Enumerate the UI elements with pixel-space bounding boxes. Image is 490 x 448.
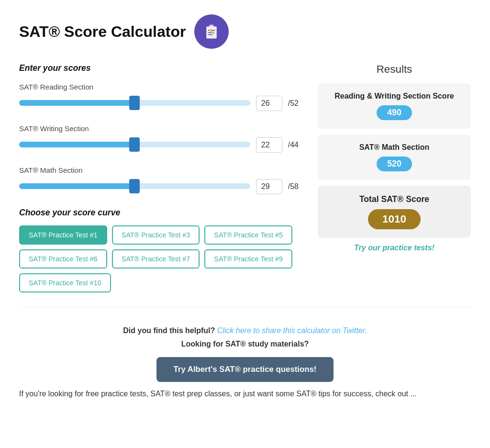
svg-rect-1 (210, 25, 214, 27)
clipboard-pencil-icon (203, 23, 220, 40)
helpful-text: Did you find this helpful? Click here to… (19, 326, 471, 335)
reading-slider-row: /52 (19, 96, 299, 111)
writing-slider-wrapper (19, 141, 250, 149)
writing-slider[interactable] (19, 142, 250, 147)
math-score-badge: 520 (377, 157, 412, 171)
helpful-label: Did you find this helpful? (123, 326, 215, 335)
rw-score-badge: 490 (377, 105, 412, 120)
writing-max: /44 (288, 141, 299, 149)
try-link-wrapper: Try our practice tests! (318, 244, 471, 252)
math-card-title: SAT® Math Section (327, 143, 461, 152)
curve-btn-5[interactable]: SAT® Practice Test #7 (112, 249, 200, 269)
total-card-title: Total SAT® Score (327, 194, 461, 204)
total-score-badge: 1010 (368, 209, 421, 229)
page-title: SAT® Score Calculator (19, 23, 186, 41)
curve-btn-2[interactable]: SAT® Practice Test #3 (112, 225, 200, 245)
math-input[interactable] (256, 179, 282, 194)
math-label: SAT® Math Section (19, 166, 299, 174)
curve-buttons-container: SAT® Practice Test #1SAT® Practice Test … (19, 225, 299, 292)
reading-label: SAT® Reading Section (19, 83, 299, 91)
total-result-card: Total SAT® Score 1010 (318, 186, 471, 238)
math-slider[interactable] (19, 183, 250, 189)
math-section: SAT® Math Section /58 (19, 166, 299, 194)
curve-btn-6[interactable]: SAT® Practice Test #9 (204, 249, 292, 269)
study-materials-text: Looking for SAT® study materials? (19, 340, 471, 348)
footer-note: If you're looking for free practice test… (19, 390, 471, 398)
enter-scores-heading: Enter your scores (19, 63, 299, 73)
rw-result-card: Reading & Writing Section Score 490 (318, 83, 471, 129)
app-icon (194, 14, 229, 49)
page-header: SAT® Score Calculator (19, 14, 471, 49)
writing-label: SAT® Writing Section (19, 124, 299, 133)
math-slider-wrapper (19, 182, 250, 191)
math-result-card: SAT® Math Section 520 (318, 134, 471, 180)
curve-btn-4[interactable]: SAT® Practice Test #6 (19, 249, 107, 269)
divider (19, 307, 471, 307)
right-column: Results Reading & Writing Section Score … (318, 63, 471, 252)
rw-card-title: Reading & Writing Section Score (327, 92, 461, 101)
writing-section: SAT® Writing Section /44 (19, 124, 299, 153)
curve-heading: Choose your score curve (19, 208, 299, 218)
math-max: /58 (288, 182, 299, 191)
writing-slider-row: /44 (19, 137, 299, 153)
curve-btn-7[interactable]: SAT® Practice Test #10 (19, 273, 111, 292)
main-layout: Enter your scores SAT® Reading Section /… (19, 63, 471, 292)
albert-practice-button[interactable]: Try Albert's SAT® practice questions! (156, 357, 334, 382)
reading-input[interactable] (256, 96, 282, 111)
writing-input[interactable] (256, 137, 282, 153)
left-column: Enter your scores SAT® Reading Section /… (19, 63, 299, 292)
results-title: Results (318, 63, 471, 76)
svg-rect-4 (208, 34, 212, 35)
reading-section: SAT® Reading Section /52 (19, 83, 299, 111)
curve-btn-1[interactable]: SAT® Practice Test #1 (19, 225, 107, 245)
reading-slider[interactable] (19, 100, 250, 106)
study-label: Looking for SAT® study materials? (181, 340, 309, 348)
curve-btn-3[interactable]: SAT® Practice Test #5 (204, 225, 292, 245)
try-practice-tests-link[interactable]: Try our practice tests! (354, 244, 434, 252)
twitter-link[interactable]: Click here to share this calculator on T… (217, 326, 367, 335)
footer-section: Did you find this helpful? Click here to… (19, 326, 471, 398)
math-slider-row: /58 (19, 179, 299, 194)
reading-slider-wrapper (19, 99, 250, 108)
reading-max: /52 (288, 99, 299, 108)
